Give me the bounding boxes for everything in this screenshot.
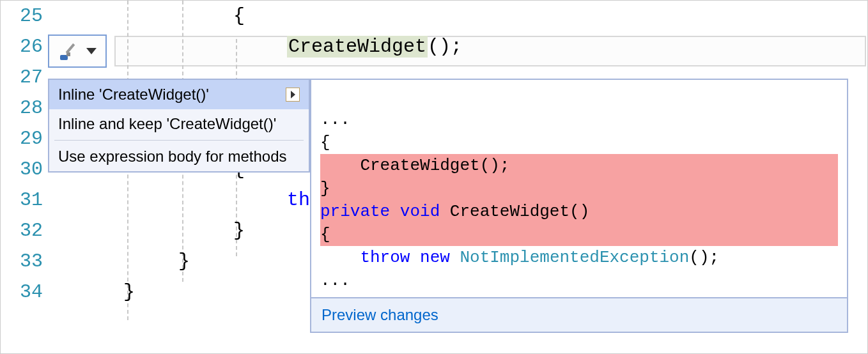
method-call-highlight: CreateWidget	[287, 36, 428, 58]
preview-line: throw new NotImplementedException();	[320, 248, 719, 267]
line-number: 31	[1, 185, 49, 215]
preview-footer: Preview changes	[311, 297, 847, 332]
preview-line: ...	[320, 271, 350, 290]
code-line: {	[114, 1, 867, 31]
line-number-gutter: 25 26 27 28 29 30 31 32 33 34	[1, 1, 49, 307]
quick-actions-button[interactable]	[48, 35, 107, 68]
line-number: 29	[1, 123, 49, 154]
line-number: 32	[1, 215, 49, 246]
line-number: 28	[1, 93, 49, 123]
code-editor[interactable]: 25 26 27 28 29 30 31 32 33 34 { CreateWi…	[1, 1, 867, 353]
qa-item-expression-body[interactable]: Use expression body for methods	[49, 142, 309, 171]
preview-changes-link[interactable]: Preview changes	[322, 306, 438, 323]
line-number: 26	[1, 31, 49, 62]
preview-diff: ... { CreateWidget();}private void Creat…	[311, 80, 847, 297]
line-number: 34	[1, 277, 49, 307]
chevron-down-icon	[86, 48, 97, 54]
code-line: CreateWidget();	[114, 31, 867, 62]
preview-deleted-line: private void CreateWidget()	[320, 200, 838, 223]
qa-item-label: Use expression body for methods	[58, 148, 287, 165]
preview-deleted-line: CreateWidget();	[320, 154, 838, 177]
line-number: 30	[1, 154, 49, 185]
line-number: 33	[1, 246, 49, 277]
qa-item-inline[interactable]: Inline 'CreateWidget()'	[49, 80, 309, 109]
submenu-arrow-icon	[286, 88, 300, 102]
qa-item-label: Inline 'CreateWidget()'	[58, 86, 209, 104]
qa-item-inline-keep[interactable]: Inline and keep 'CreateWidget()'	[49, 109, 309, 139]
menu-separator	[54, 140, 304, 141]
line-number: 25	[1, 1, 49, 31]
preview-line: ...	[320, 110, 350, 129]
preview-deleted-line: }	[320, 177, 838, 200]
preview-deleted-line: {	[320, 223, 838, 246]
screwdriver-icon	[58, 40, 81, 63]
quick-actions-menu: Inline 'CreateWidget()' Inline and keep …	[48, 79, 310, 173]
refactor-preview-panel: ... { CreateWidget();}private void Creat…	[310, 79, 848, 333]
preview-line: {	[320, 133, 330, 152]
svg-rect-2	[66, 43, 75, 54]
line-number: 27	[1, 62, 49, 93]
qa-item-label: Inline and keep 'CreateWidget()'	[58, 115, 276, 133]
